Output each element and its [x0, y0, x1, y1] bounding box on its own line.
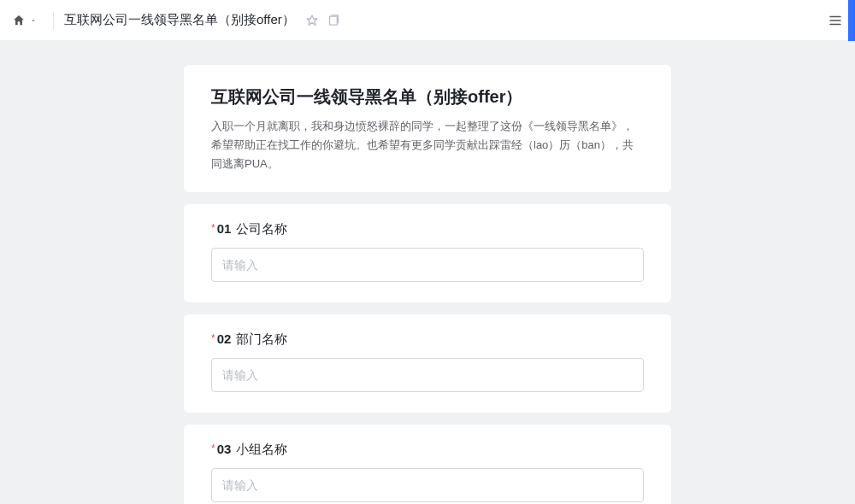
question-number: 01: [217, 221, 232, 236]
tab-title: 互联网公司一线领导黑名单（别接offer）: [64, 12, 295, 28]
question-head: * 01 公司名称: [211, 221, 644, 237]
question-number: 03: [217, 442, 232, 456]
form-container: 互联网公司一线领导黑名单（别接offer） 入职一个月就离职，我和身边愤怒裸辞的…: [184, 65, 671, 504]
department-name-input[interactable]: [211, 358, 644, 392]
question-label: 部门名称: [236, 331, 287, 348]
form-description: 入职一个月就离职，我和身边愤怒裸辞的同学，一起整理了这份《一线领导黑名单》，希望…: [211, 117, 644, 173]
question-card-3: * 03 小组名称: [184, 425, 671, 504]
top-bar: 互联网公司一线领导黑名单（别接offer）: [0, 0, 855, 41]
svg-rect-0: [329, 16, 337, 25]
topbar-right: [828, 13, 843, 28]
question-label: 公司名称: [236, 221, 287, 237]
question-head: * 03 小组名称: [211, 442, 644, 458]
form-header-card: 互联网公司一线领导黑名单（别接offer） 入职一个月就离职，我和身边愤怒裸辞的…: [184, 65, 671, 192]
new-window-icon[interactable]: [327, 14, 340, 26]
question-label: 小组名称: [236, 442, 287, 458]
required-mark: *: [211, 442, 215, 454]
page-body: 互联网公司一线领导黑名单（别接offer） 入职一个月就离职，我和身边愤怒裸辞的…: [0, 41, 855, 504]
team-name-input[interactable]: [211, 468, 644, 502]
star-icon[interactable]: [305, 14, 319, 27]
menu-icon[interactable]: [828, 13, 843, 28]
question-head: * 02 部门名称: [211, 331, 644, 348]
home-icon: [12, 14, 26, 27]
divider: [53, 12, 54, 29]
blue-accent-strip: [848, 0, 855, 41]
required-mark: *: [211, 332, 215, 344]
required-mark: *: [211, 222, 215, 234]
form-title: 互联网公司一线领导黑名单（别接offer）: [211, 85, 644, 108]
home-button[interactable]: [7, 10, 43, 31]
question-card-1: * 01 公司名称: [184, 204, 671, 302]
company-name-input[interactable]: [211, 248, 644, 282]
question-card-2: * 02 部门名称: [184, 314, 671, 413]
tab-actions: [305, 14, 340, 27]
question-number: 02: [217, 331, 232, 346]
chevron-down-icon: [29, 16, 38, 25]
